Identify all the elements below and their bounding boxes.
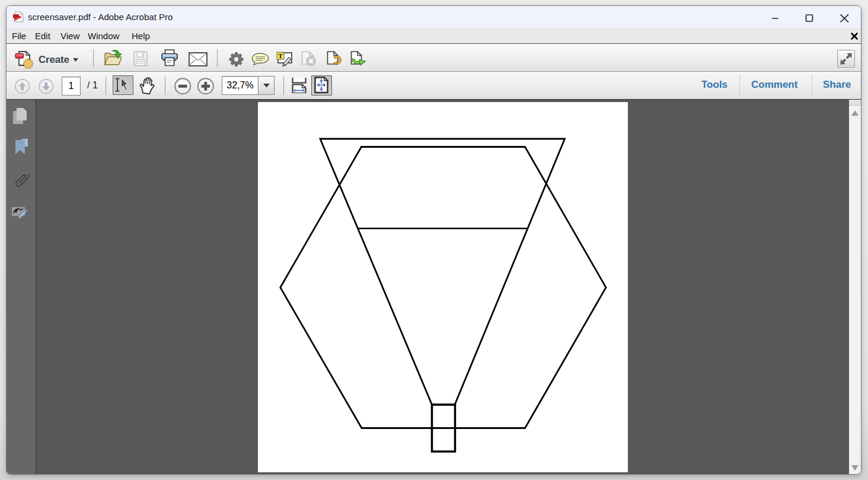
svg-text:T: T bbox=[278, 52, 283, 59]
